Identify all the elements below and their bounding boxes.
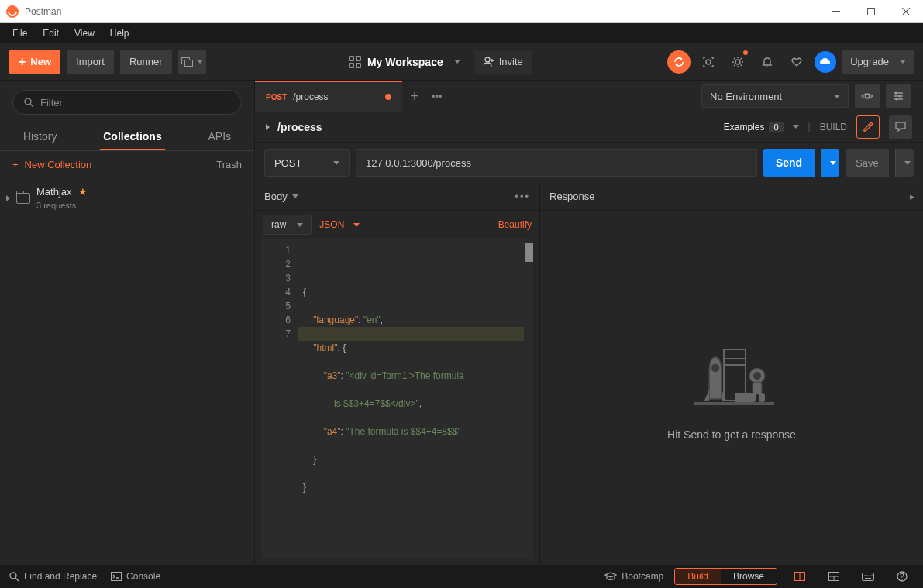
menu-edit[interactable]: Edit (35, 25, 67, 42)
chevron-down-icon (793, 125, 799, 129)
workspace-selector[interactable]: My Workspace (341, 51, 468, 73)
statusbar: Find and Replace Console Bootcamp Build … (0, 565, 923, 588)
sync-icon[interactable] (667, 50, 691, 74)
two-pane-icon[interactable] (788, 565, 811, 588)
chevron-down-icon (834, 95, 840, 98)
response-empty-state: Hit Send to get a response (540, 211, 923, 565)
body-tab-label: Body (264, 191, 288, 202)
body-format-value: raw (271, 219, 286, 230)
search-icon (24, 98, 34, 108)
bootcamp-button[interactable]: Bootcamp (604, 571, 663, 582)
examples-label: Examples (724, 122, 765, 132)
new-button-label: New (30, 56, 51, 67)
help-icon[interactable] (890, 565, 914, 588)
import-button[interactable]: Import (67, 50, 114, 74)
svg-point-10 (735, 60, 740, 64)
send-button[interactable]: Send (763, 149, 815, 177)
svg-point-12 (866, 95, 870, 98)
menu-file[interactable]: File (5, 25, 35, 42)
invite-button[interactable]: Invite (474, 50, 532, 74)
svg-point-11 (25, 98, 31, 105)
tab-method: POST (266, 93, 287, 101)
console-icon (111, 572, 122, 581)
account-avatar[interactable] (815, 51, 836, 73)
close-button[interactable] (888, 0, 923, 23)
tab-collections[interactable]: Collections (100, 124, 164, 150)
collection-subtitle: 3 requests (36, 201, 88, 210)
line-gutter: 1 2 3 4 5 6 7 (261, 239, 298, 559)
method-selector[interactable]: POST (264, 149, 350, 177)
edit-button[interactable] (856, 115, 880, 139)
body-tab-header[interactable]: Body ••• (255, 183, 539, 211)
layout-icon[interactable] (822, 565, 846, 588)
upgrade-label: Upgrade (850, 56, 889, 67)
body-language-selector[interactable]: JSON (319, 219, 360, 230)
request-tab[interactable]: POST /process (255, 81, 402, 112)
collection-item[interactable]: Mathjax ★ 3 requests (0, 178, 254, 218)
settings-icon[interactable] (726, 50, 749, 74)
environment-selector[interactable]: No Environment (701, 84, 849, 108)
find-replace-button[interactable]: Find and Replace (9, 571, 97, 582)
build-label: BUILD (820, 122, 847, 132)
upgrade-button[interactable]: Upgrade (842, 50, 914, 74)
body-format-selector[interactable]: raw (263, 215, 312, 235)
svg-point-19 (711, 364, 719, 372)
new-collection-button[interactable]: + New Collection (12, 159, 91, 170)
view-mode-toggle: Build Browse (674, 568, 777, 585)
chevron-down-icon (292, 194, 298, 198)
svg-rect-22 (753, 382, 762, 394)
svg-rect-39 (865, 578, 871, 579)
search-icon (9, 572, 19, 582)
environment-settings-button[interactable] (886, 84, 911, 108)
expand-response-icon[interactable]: ▸ (910, 191, 915, 202)
capture-icon[interactable] (697, 50, 720, 74)
svg-rect-6 (350, 64, 353, 67)
svg-point-41 (901, 579, 903, 580)
url-input[interactable]: 127.0.0.1:3000/process (356, 149, 757, 177)
new-button[interactable]: +New (9, 50, 60, 74)
save-button[interactable]: Save (846, 149, 889, 177)
url-bar: POST 127.0.0.1:3000/process Send Save (255, 143, 923, 183)
sidebar-tabs: History Collections APIs (0, 124, 254, 151)
filter-input[interactable] (40, 97, 230, 108)
code-editor[interactable]: 1 2 3 4 5 6 7 { "language": "en", "html"… (261, 239, 533, 559)
new-collection-label: New Collection (25, 159, 92, 170)
send-options-button[interactable] (821, 149, 839, 177)
bootcamp-icon (604, 572, 617, 581)
notifications-icon[interactable] (756, 50, 779, 74)
unsaved-dot-icon (385, 94, 391, 100)
new-tab-button[interactable]: + (402, 81, 427, 112)
body-more-button[interactable]: ••• (515, 191, 530, 202)
runner-button[interactable]: Runner (120, 50, 172, 74)
keyboard-shortcuts-icon[interactable] (856, 565, 880, 588)
tab-title: /process (293, 91, 328, 102)
method-value: POST (274, 157, 301, 169)
examples-dropdown[interactable]: Examples 0 (724, 122, 799, 132)
request-pane: Body ••• raw JSON Beautify 1 2 3 4 5 6 7… (255, 183, 540, 565)
browse-view-button[interactable]: Browse (721, 569, 777, 584)
person-add-icon (484, 57, 494, 67)
filter-input-wrapper (12, 90, 242, 115)
console-button[interactable]: Console (111, 571, 160, 582)
maximize-button[interactable] (853, 0, 888, 23)
menu-view[interactable]: View (67, 25, 102, 42)
open-new-window-button[interactable] (178, 50, 206, 74)
minimize-button[interactable] (818, 0, 853, 23)
examples-count: 0 (769, 122, 783, 132)
menu-help[interactable]: Help (102, 25, 137, 42)
new-collection-row: + New Collection Trash (0, 151, 254, 178)
build-view-button[interactable]: Build (675, 569, 721, 584)
tab-overflow-button[interactable]: ••• (427, 81, 447, 112)
beautify-button[interactable]: Beautify (498, 219, 532, 230)
tab-apis[interactable]: APIs (205, 124, 235, 150)
code-area[interactable]: { "language": "en", "html": { "a3": "<di… (298, 239, 533, 559)
favorite-icon[interactable] (785, 50, 808, 74)
trash-link[interactable]: Trash (216, 159, 242, 170)
chevron-right-icon[interactable] (266, 124, 270, 130)
tab-history[interactable]: History (20, 124, 60, 150)
comments-button[interactable] (889, 115, 912, 139)
save-options-button[interactable] (895, 149, 914, 177)
chevron-down-icon (333, 161, 339, 165)
svg-rect-25 (735, 393, 751, 402)
environment-quicklook-button[interactable] (855, 84, 880, 108)
